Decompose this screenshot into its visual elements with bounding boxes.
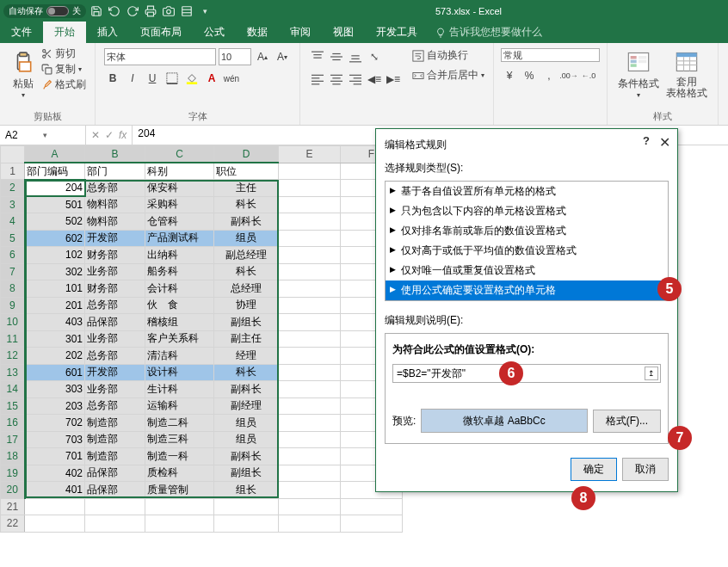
redo-icon[interactable]: [125, 3, 140, 19]
data-cell[interactable]: 202: [25, 348, 85, 365]
data-cell[interactable]: 仓管科: [145, 213, 214, 231]
data-cell[interactable]: 物料部: [85, 196, 145, 213]
data-cell[interactable]: 经理: [214, 348, 279, 365]
ok-button[interactable]: 确定: [571, 458, 617, 481]
align-bottom-icon[interactable]: [347, 48, 364, 65]
data-cell[interactable]: 协理: [214, 297, 279, 314]
enter-formula-icon[interactable]: ✓: [105, 129, 114, 141]
data-cell[interactable]: 品保部: [85, 465, 145, 482]
data-cell[interactable]: 出纳科: [145, 247, 214, 264]
tab-formulas[interactable]: 公式: [193, 22, 236, 43]
cond-format-button[interactable]: 条件格式▾: [614, 45, 663, 108]
data-cell[interactable]: 副组长: [214, 465, 279, 482]
increase-decimal-icon[interactable]: .00→: [560, 67, 577, 84]
rule-type-item[interactable]: 仅对排名靠前或靠后的数值设置格式: [386, 221, 668, 241]
data-cell[interactable]: 业务部: [85, 330, 145, 348]
data-cell[interactable]: 701: [25, 448, 85, 465]
header-cell[interactable]: 职位: [214, 163, 279, 180]
increase-indent-icon[interactable]: ▶≡: [385, 71, 402, 88]
row-header-22[interactable]: 22: [1, 515, 25, 533]
align-center-icon[interactable]: [328, 71, 345, 88]
data-cell[interactable]: 301: [25, 330, 85, 348]
data-cell[interactable]: 客户关系科: [145, 330, 214, 348]
row-header-21[interactable]: 21: [1, 498, 25, 515]
data-cell[interactable]: 401: [25, 482, 85, 499]
align-top-icon[interactable]: [309, 48, 326, 65]
col-header-E[interactable]: E: [279, 146, 341, 163]
quickprint-icon[interactable]: [143, 3, 158, 19]
data-cell[interactable]: 总经理: [214, 280, 279, 298]
rule-formula-input[interactable]: [392, 364, 661, 383]
data-cell[interactable]: 产品测试科: [145, 230, 214, 247]
data-cell[interactable]: 伙 食: [145, 297, 214, 314]
row-header-19[interactable]: 19: [1, 465, 25, 482]
data-cell[interactable]: 清洁科: [145, 348, 214, 365]
data-cell[interactable]: 开发部: [85, 230, 145, 247]
table-format-button[interactable]: 套用 表格格式: [663, 45, 711, 108]
name-box[interactable]: A2 ▾: [0, 126, 86, 145]
data-cell[interactable]: 制造部: [85, 431, 145, 448]
italic-button[interactable]: I: [124, 70, 141, 87]
row-header-17[interactable]: 17: [1, 431, 25, 448]
font-color-button[interactable]: A: [203, 70, 220, 87]
data-cell[interactable]: 科长: [214, 196, 279, 213]
row-header-5[interactable]: 5: [1, 230, 25, 247]
data-cell[interactable]: 总务部: [85, 398, 145, 415]
col-header-C[interactable]: C: [145, 146, 214, 163]
increase-font-icon[interactable]: A▴: [254, 48, 271, 65]
row-header-6[interactable]: 6: [1, 247, 25, 264]
wrap-button[interactable]: 自动换行: [412, 48, 484, 63]
align-right-icon[interactable]: [347, 71, 364, 88]
data-cell[interactable]: 质量管制: [145, 482, 214, 499]
data-cell[interactable]: 组员: [214, 230, 279, 247]
data-cell[interactable]: 副组长: [214, 314, 279, 331]
undo-icon[interactable]: [107, 3, 122, 19]
data-cell[interactable]: 开发部: [85, 364, 145, 381]
data-cell[interactable]: 制造三科: [145, 431, 214, 448]
rule-type-item[interactable]: 只为包含以下内容的单元格设置格式: [386, 201, 668, 221]
data-cell[interactable]: 副主任: [214, 330, 279, 348]
data-cell[interactable]: 302: [25, 263, 85, 280]
data-cell[interactable]: 制造二科: [145, 415, 214, 432]
number-format-select[interactable]: [501, 48, 600, 62]
data-cell[interactable]: 204: [25, 180, 85, 197]
currency-icon[interactable]: ¥: [501, 67, 518, 84]
cancel-button[interactable]: 取消: [622, 458, 669, 481]
data-cell[interactable]: 业务部: [85, 263, 145, 280]
data-cell[interactable]: 品保部: [85, 482, 145, 499]
data-cell[interactable]: 总务部: [85, 180, 145, 197]
data-cell[interactable]: 物料部: [85, 213, 145, 231]
col-header-A[interactable]: A: [25, 146, 85, 163]
phonetic-button[interactable]: wén: [223, 70, 240, 87]
data-cell[interactable]: 品保部: [85, 314, 145, 331]
rule-type-list[interactable]: 基于各自值设置所有单元格的格式只为包含以下内容的单元格设置格式仅对排名靠前或靠后…: [385, 181, 669, 301]
row-header-12[interactable]: 12: [1, 348, 25, 365]
data-cell[interactable]: 402: [25, 465, 85, 482]
fill-color-button[interactable]: [183, 70, 201, 87]
data-cell[interactable]: 质检科: [145, 465, 214, 482]
tab-file[interactable]: 文件: [0, 22, 43, 43]
data-cell[interactable]: 稽核组: [145, 314, 214, 331]
data-cell[interactable]: 501: [25, 196, 85, 213]
data-cell[interactable]: 业务部: [85, 381, 145, 398]
row-header-14[interactable]: 14: [1, 381, 25, 398]
rule-type-item[interactable]: 基于各自值设置所有单元格的格式: [386, 182, 668, 201]
data-cell[interactable]: 制造部: [85, 448, 145, 465]
data-cell[interactable]: 科长: [214, 263, 279, 280]
help-icon[interactable]: ?: [643, 134, 650, 147]
row-header-15[interactable]: 15: [1, 398, 25, 415]
tab-data[interactable]: 数据: [236, 22, 279, 43]
col-header-D[interactable]: D: [214, 146, 279, 163]
data-cell[interactable]: 102: [25, 247, 85, 264]
row-header-20[interactable]: 20: [1, 482, 25, 499]
data-cell[interactable]: 703: [25, 431, 85, 448]
underline-button[interactable]: U: [144, 70, 161, 87]
painter-button[interactable]: 格式刷: [41, 77, 86, 92]
row-header-13[interactable]: 13: [1, 364, 25, 381]
data-cell[interactable]: 601: [25, 364, 85, 381]
data-cell[interactable]: 303: [25, 381, 85, 398]
data-cell[interactable]: 主任: [214, 180, 279, 197]
camera-icon[interactable]: [161, 3, 176, 19]
decrease-decimal-icon[interactable]: ←.0: [580, 67, 597, 84]
comma-icon[interactable]: ,: [540, 67, 558, 84]
